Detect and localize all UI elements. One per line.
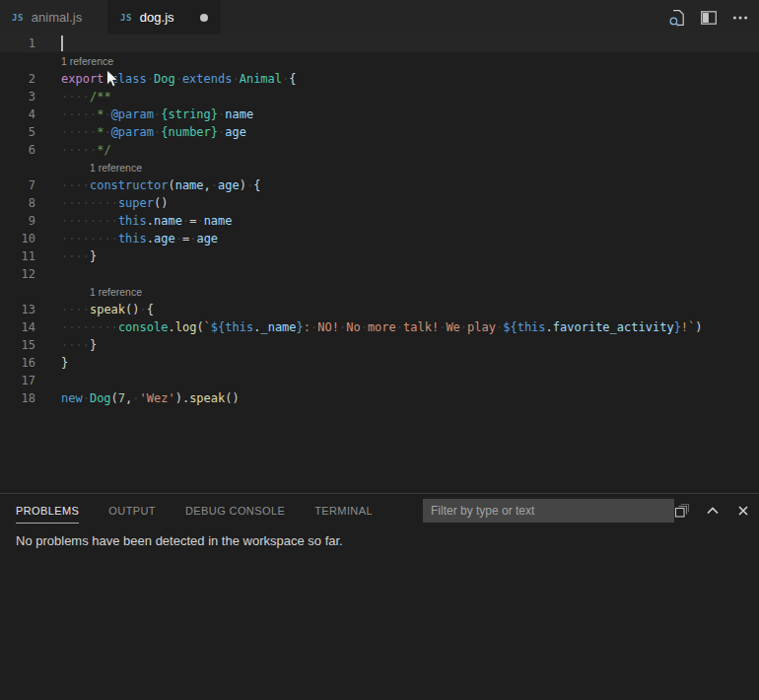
code-content[interactable]: } bbox=[61, 354, 68, 372]
code-content[interactable]: ·····*·@param·{number}·age bbox=[61, 123, 246, 141]
code-line[interactable]: 10········this.age·=·age bbox=[0, 230, 759, 247]
javascript-file-icon: JS bbox=[12, 13, 24, 23]
line-number[interactable]: 2 bbox=[0, 70, 35, 88]
code-content[interactable]: ·····*·@param·{string}·name bbox=[61, 105, 253, 123]
tab-label: animal.js bbox=[32, 10, 82, 25]
javascript-file-icon: JS bbox=[120, 13, 132, 23]
code-content[interactable]: ····/** bbox=[61, 88, 111, 105]
code-line[interactable]: 14········console.log(`${this._name}:·NO… bbox=[0, 318, 759, 336]
line-number[interactable]: 10 bbox=[0, 230, 35, 247]
code-line[interactable]: 8········super() bbox=[0, 194, 759, 212]
tab-dog-js[interactable]: JS dog.js bbox=[108, 0, 221, 35]
code-line[interactable]: 1 bbox=[0, 35, 759, 52]
line-number[interactable]: 4 bbox=[0, 105, 35, 123]
line-number[interactable]: 7 bbox=[0, 176, 35, 194]
line-number[interactable]: 15 bbox=[0, 336, 35, 354]
code-line[interactable]: 9········this.name·=·name bbox=[0, 212, 759, 230]
unsaved-changes-dot[interactable] bbox=[200, 14, 208, 22]
editor-actions bbox=[668, 0, 759, 35]
code-content[interactable]: export·class·Dog·extends·Animal·{ bbox=[61, 70, 297, 88]
code-content[interactable]: new·Dog(7,·'Wez').speak() bbox=[61, 389, 240, 407]
line-number[interactable]: 11 bbox=[0, 247, 35, 265]
code-line[interactable]: 17 bbox=[0, 372, 759, 389]
tab-label: dog.js bbox=[140, 10, 174, 25]
code-line[interactable]: 4·····*·@param·{string}·name bbox=[0, 105, 759, 123]
code-line[interactable]: 11····} bbox=[0, 247, 759, 265]
codelens-reference[interactable]: 1 reference bbox=[0, 159, 759, 176]
panel-header: PROBLEMS OUTPUT DEBUG CONSOLE TERMINAL bbox=[0, 494, 759, 527]
code-line[interactable]: 3····/** bbox=[0, 88, 759, 105]
collapse-all-icon[interactable] bbox=[674, 503, 690, 519]
panel-tab-problems[interactable]: PROBLEMS bbox=[16, 505, 79, 517]
code-line[interactable]: 16} bbox=[0, 354, 759, 372]
line-number[interactable]: 14 bbox=[0, 318, 35, 336]
line-number[interactable]: 8 bbox=[0, 194, 35, 212]
mouse-cursor bbox=[105, 69, 119, 90]
panel-tab-terminal[interactable]: TERMINAL bbox=[314, 505, 373, 517]
split-editor-icon[interactable] bbox=[700, 9, 718, 27]
code-editor[interactable]: 11 reference2export·class·Dog·extends·An… bbox=[0, 35, 759, 493]
file-search-icon[interactable] bbox=[668, 9, 686, 27]
code-line[interactable]: 15····} bbox=[0, 336, 759, 354]
code-line[interactable]: 6·····*/ bbox=[0, 141, 759, 159]
code-content[interactable]: ····} bbox=[61, 247, 97, 265]
line-number[interactable]: 5 bbox=[0, 123, 35, 141]
tab-animal-js[interactable]: JS animal.js bbox=[0, 0, 108, 35]
code-content[interactable]: ····} bbox=[61, 336, 97, 354]
close-panel-icon[interactable] bbox=[735, 503, 751, 519]
panel-tab-output[interactable]: OUTPUT bbox=[108, 505, 156, 517]
problems-message: No problems have been detected in the wo… bbox=[0, 527, 759, 548]
code-line[interactable]: 5·····*·@param·{number}·age bbox=[0, 123, 759, 141]
code-content[interactable]: ········console.log(`${this._name}:·NO!·… bbox=[61, 318, 703, 336]
line-number[interactable]: 1 bbox=[0, 35, 35, 52]
line-number[interactable]: 18 bbox=[0, 389, 35, 407]
panel-actions bbox=[674, 503, 759, 519]
code-content[interactable]: ········this.name·=·name bbox=[61, 212, 233, 230]
codelens-reference[interactable]: 1 reference bbox=[0, 283, 759, 301]
code-line[interactable]: 12 bbox=[0, 265, 759, 283]
code-content[interactable]: ····speak()·{ bbox=[61, 301, 154, 318]
problems-panel: PROBLEMS OUTPUT DEBUG CONSOLE TERMINAL N… bbox=[0, 493, 759, 700]
line-number[interactable]: 12 bbox=[0, 265, 35, 283]
code-content[interactable]: ········this.age·=·age bbox=[61, 230, 218, 247]
line-number[interactable]: 9 bbox=[0, 212, 35, 230]
line-number[interactable]: 6 bbox=[0, 141, 35, 159]
code-content[interactable]: ·····*/ bbox=[61, 141, 111, 159]
problems-filter-input[interactable] bbox=[423, 499, 674, 523]
maximize-panel-icon[interactable] bbox=[705, 503, 721, 519]
code-lines: 11 reference2export·class·Dog·extends·An… bbox=[0, 35, 759, 407]
line-number[interactable]: 17 bbox=[0, 372, 35, 389]
text-cursor bbox=[61, 35, 63, 51]
line-number[interactable]: 3 bbox=[0, 88, 35, 105]
more-actions-icon[interactable] bbox=[731, 9, 749, 27]
panel-tab-debug-console[interactable]: DEBUG CONSOLE bbox=[185, 505, 285, 517]
code-line[interactable]: 13····speak()·{ bbox=[0, 301, 759, 318]
editor-tab-bar: JS animal.js JS dog.js bbox=[0, 0, 759, 35]
codelens-reference[interactable]: 1 reference bbox=[0, 52, 759, 70]
code-line[interactable]: 18new·Dog(7,·'Wez').speak() bbox=[0, 389, 759, 407]
line-number[interactable]: 16 bbox=[0, 354, 35, 372]
line-number[interactable]: 13 bbox=[0, 301, 35, 318]
code-line[interactable]: 7····constructor(name,·age)·{ bbox=[0, 176, 759, 194]
code-content[interactable]: ····constructor(name,·age)·{ bbox=[61, 176, 260, 194]
code-content[interactable]: ········super() bbox=[61, 194, 168, 212]
